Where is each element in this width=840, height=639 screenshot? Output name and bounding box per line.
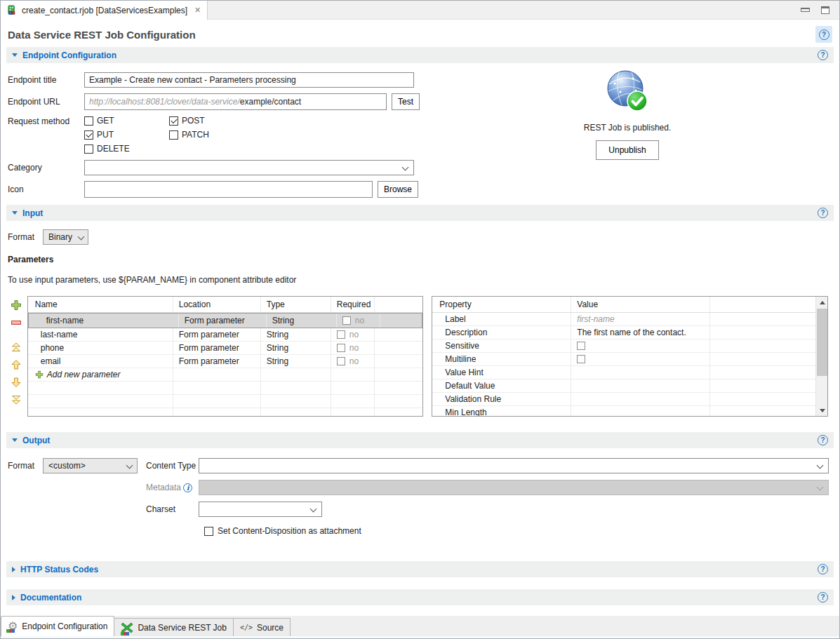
property-row[interactable]: Description The first name of the contac… <box>432 326 820 339</box>
endpoint-configuration-header[interactable]: Endpoint Configuration ? <box>6 47 834 63</box>
property-row[interactable]: Min Length <box>432 406 820 417</box>
add-parameter-icon[interactable] <box>11 300 22 311</box>
column-header-property[interactable]: Property <box>432 297 571 312</box>
sensitive-checkbox[interactable] <box>577 342 585 350</box>
method-label: PATCH <box>182 130 209 140</box>
required-checkbox[interactable] <box>337 344 345 352</box>
content-type-dropdown[interactable] <box>199 458 829 473</box>
method-get[interactable]: GET <box>84 116 169 126</box>
delete-checkbox[interactable] <box>84 144 93 154</box>
endpoint-url-input[interactable]: http://localhost:8081/clover/data-servic… <box>84 93 387 110</box>
property-row[interactable]: Multiline <box>432 353 820 366</box>
scroll-up-icon[interactable] <box>816 297 828 308</box>
endpoint-title-input[interactable] <box>84 72 414 88</box>
property-row[interactable]: Validation Rule <box>432 393 820 406</box>
required-checkbox[interactable] <box>342 316 351 325</box>
param-name[interactable]: last-name <box>28 328 173 341</box>
method-put[interactable]: PUT <box>84 130 169 140</box>
property-row[interactable]: Label first-name <box>432 313 820 326</box>
documentation-help-button[interactable]: ? <box>818 592 828 603</box>
close-tab-icon[interactable]: ✕ <box>194 6 201 15</box>
property-row[interactable]: Default Value <box>432 379 820 393</box>
http-status-help-button[interactable]: ? <box>818 564 828 574</box>
add-new-parameter-row[interactable]: Add new parameter <box>28 368 423 382</box>
browse-button[interactable]: Browse <box>378 181 418 198</box>
http-status-codes-header[interactable]: HTTP Status Codes ? <box>6 561 834 577</box>
post-checkbox[interactable] <box>169 116 178 126</box>
property-value[interactable] <box>571 406 710 417</box>
editor-tab-create-contact[interactable]: create_contact.rjob [DataServicesExample… <box>1 1 208 20</box>
page-help-button[interactable]: ? <box>815 26 832 43</box>
column-header-value[interactable]: Value <box>571 297 710 312</box>
move-down-icon[interactable] <box>11 377 22 388</box>
param-location[interactable]: Form parameter <box>173 355 261 368</box>
move-bottom-icon[interactable] <box>11 394 22 405</box>
maximize-icon[interactable] <box>821 6 829 14</box>
input-format-dropdown[interactable]: Binary <box>43 229 88 245</box>
output-section-header[interactable]: Output ? <box>6 432 834 448</box>
parameter-row[interactable]: phone Form parameter String no <box>28 342 423 355</box>
param-name[interactable]: email <box>28 355 173 368</box>
property-value[interactable] <box>571 366 710 379</box>
put-checkbox[interactable] <box>84 130 93 140</box>
charset-dropdown[interactable] <box>199 502 322 517</box>
property-value[interactable] <box>571 393 710 405</box>
param-location[interactable]: Form parameter <box>173 328 261 341</box>
property-table-header: Property Value <box>432 297 820 313</box>
info-icon[interactable]: i <box>183 483 192 492</box>
icon-path-input[interactable] <box>84 181 373 198</box>
unpublish-button[interactable]: Unpublish <box>596 140 658 160</box>
column-header-location[interactable]: Location <box>173 297 261 312</box>
property-row[interactable]: Sensitive <box>432 339 820 353</box>
section-title: Documentation <box>20 593 81 603</box>
scrollbar-thumb[interactable] <box>817 309 827 376</box>
property-value[interactable] <box>571 379 710 392</box>
param-name[interactable]: phone <box>28 342 173 354</box>
input-section-header[interactable]: Input ? <box>6 205 834 221</box>
parameter-row[interactable]: last-name Form parameter String no <box>28 328 423 342</box>
method-delete[interactable]: DELETE <box>84 144 169 154</box>
parameter-row[interactable]: first-name Form parameter String no <box>28 313 423 328</box>
parameter-row[interactable]: email Form parameter String no <box>28 355 423 368</box>
icon-label: Icon <box>1 184 84 194</box>
param-type[interactable]: String <box>261 342 331 354</box>
column-header-name[interactable]: Name <box>28 297 173 312</box>
param-location[interactable]: Form parameter <box>179 314 267 328</box>
test-button[interactable]: Test <box>392 93 420 110</box>
tab-source[interactable]: </> Source <box>234 618 291 636</box>
property-value[interactable]: first-name <box>577 314 614 324</box>
tab-data-service-rest-job[interactable]: Data Service REST Job <box>114 618 234 636</box>
method-post[interactable]: POST <box>169 116 254 126</box>
documentation-header[interactable]: Documentation ? <box>6 589 834 605</box>
tab-endpoint-configuration[interactable]: ⚙ Endpoint Configuration <box>1 616 114 636</box>
param-type[interactable]: String <box>261 328 331 341</box>
move-top-icon[interactable] <box>11 342 22 353</box>
column-header-required[interactable]: Required <box>331 297 375 312</box>
patch-checkbox[interactable] <box>169 130 178 140</box>
minimize-icon[interactable] <box>801 8 810 12</box>
multiline-checkbox[interactable] <box>577 355 585 363</box>
method-patch[interactable]: PATCH <box>169 130 254 140</box>
endpoint-help-button[interactable]: ? <box>818 50 828 60</box>
content-disposition-option[interactable]: Set Content-Disposition as attachment <box>204 526 834 536</box>
content-disposition-checkbox[interactable] <box>204 527 213 536</box>
scroll-down-icon[interactable] <box>816 405 828 416</box>
required-checkbox[interactable] <box>337 357 345 365</box>
remove-parameter-icon[interactable] <box>11 317 22 328</box>
param-location[interactable]: Form parameter <box>173 342 261 354</box>
property-row[interactable]: Value Hint <box>432 366 820 379</box>
param-name[interactable]: first-name <box>34 314 179 328</box>
param-type[interactable]: String <box>261 355 331 368</box>
required-checkbox[interactable] <box>337 330 345 339</box>
get-checkbox[interactable] <box>84 116 93 126</box>
param-type[interactable]: String <box>267 314 337 328</box>
scrollbar[interactable] <box>815 297 827 416</box>
move-up-icon[interactable] <box>11 359 22 370</box>
output-format-dropdown[interactable]: <custom> <box>43 458 138 473</box>
property-name: Validation Rule <box>432 393 571 405</box>
category-dropdown[interactable] <box>84 160 414 175</box>
input-help-button[interactable]: ? <box>818 208 828 218</box>
property-value[interactable]: The first name of the contact. <box>571 326 710 339</box>
column-header-type[interactable]: Type <box>261 297 331 312</box>
output-help-button[interactable]: ? <box>818 435 828 445</box>
